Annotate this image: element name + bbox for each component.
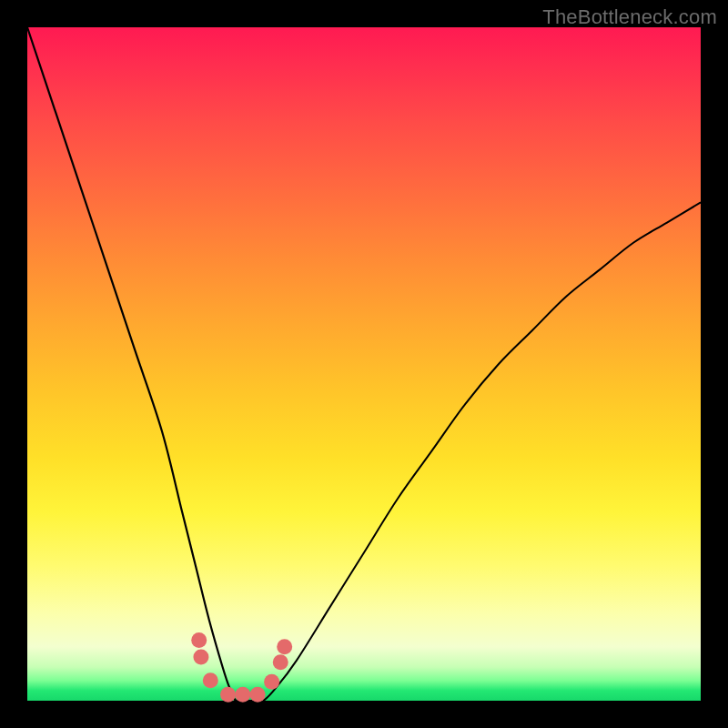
highlight-dot: [250, 687, 266, 703]
highlight-dots: [191, 632, 292, 703]
highlight-dot: [273, 654, 288, 670]
plot-area: [27, 27, 701, 701]
highlight-dot: [264, 674, 279, 690]
highlight-dot: [203, 672, 218, 688]
highlight-dot: [277, 639, 292, 654]
watermark-text: TheBottleneck.com: [542, 5, 717, 29]
curve-svg: [27, 27, 701, 701]
bottleneck-curve-right: [229, 202, 701, 702]
highlight-dot: [220, 687, 236, 703]
chart-frame: TheBottleneck.com: [0, 0, 728, 728]
highlight-dot: [235, 687, 250, 703]
highlight-dot: [191, 632, 207, 648]
highlight-dot: [193, 649, 208, 664]
bottleneck-curve-left: [27, 27, 263, 702]
